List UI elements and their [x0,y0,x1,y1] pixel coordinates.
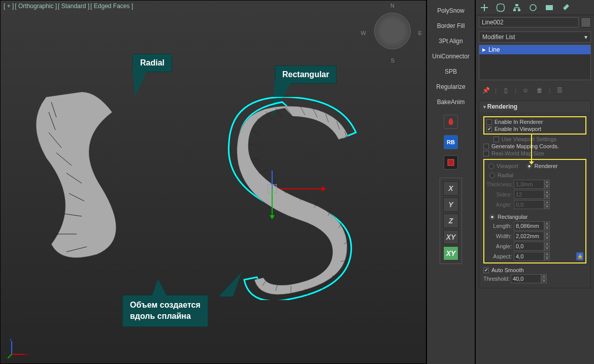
modifier-stack[interactable]: Line [479,45,591,80]
sides-field[interactable] [514,190,544,199]
object-color-swatch[interactable] [581,17,591,27]
threshold-spinner-row[interactable]: Threshold: ▲▼ [483,274,586,284]
generate-mapping-checkbox[interactable] [483,144,489,149]
radial-radio-row[interactable]: Radial [486,171,583,179]
svg-point-49 [530,5,536,11]
tool-3ptalign[interactable]: 3Pt Align [427,35,475,48]
viewport-label-proj[interactable]: [ Orthographic ] [15,3,57,10]
generate-mapping-row[interactable]: Generate Mapping Coords. [483,143,586,150]
spinner-down-icon[interactable]: ▼ [541,279,547,283]
modify-tab-icon[interactable] [495,2,506,13]
viewport-radio[interactable] [488,163,494,169]
tool-icon-3[interactable] [444,155,458,170]
radial-angle-spinner-row[interactable]: Angle: ▲▼ [486,200,583,210]
real-world-checkbox[interactable] [483,151,489,156]
tool-icon-1[interactable] [444,115,458,129]
tool-polysnow[interactable]: PolySnow [427,4,475,17]
spinner-down-icon[interactable]: ▼ [544,194,550,199]
auto-smooth-row[interactable]: Auto Smooth [483,267,586,274]
modifier-list-dropdown[interactable]: Modifier List ▾ [479,31,591,43]
use-viewport-settings-checkbox[interactable] [493,137,499,142]
modifier-stack-item[interactable]: Line [479,45,590,54]
radial-angle-field[interactable] [514,200,544,209]
length-spinner-row[interactable]: Length: ▲▼ [486,221,583,231]
nav-south[interactable]: S [391,57,394,63]
tool-bakeanim[interactable]: BakeAnim [427,95,475,109]
hierarchy-tab-icon[interactable] [511,2,522,13]
sides-spinner-row[interactable]: Sides: ▲▼ [486,189,583,200]
axis-z[interactable]: Z [443,214,458,228]
real-world-row[interactable]: Real-World Map Size [483,150,586,157]
thickness-field[interactable] [514,180,544,189]
viewport-label-plus[interactable]: [ + ] [4,3,14,10]
motion-tab-icon[interactable] [527,2,539,13]
axis-xy[interactable]: XY [443,230,458,244]
spinner-down-icon[interactable]: ▼ [544,236,550,241]
viewport-label-edged[interactable]: [ Edged Faces ] [90,3,133,10]
threshold-field[interactable] [511,274,541,283]
nav-west[interactable]: W [361,30,366,36]
remove-modifier-icon[interactable]: 🗑 [535,85,545,95]
tool-regularize[interactable]: Regularize [427,80,475,93]
aspect-lock-icon[interactable]: 🔒 [576,252,583,260]
utilities-tab-icon[interactable] [560,2,571,13]
tool-spb[interactable]: SPB [427,65,475,78]
nav-east[interactable]: E [418,30,422,36]
use-viewport-settings-row[interactable]: Use Viewport Settings [483,136,586,143]
spinner-up-icon[interactable]: ▲ [544,180,550,184]
viewport-label-shading[interactable]: [ Standard ] [58,3,89,10]
spinner-down-icon[interactable]: ▼ [544,256,550,261]
rect-angle-field[interactable] [514,242,544,251]
axis-xy-active[interactable]: XY [443,246,458,260]
radial-radio[interactable] [489,173,495,178]
rectangular-radio-row[interactable]: Rectangular [486,213,583,221]
length-field[interactable] [514,221,544,230]
spinner-up-icon[interactable]: ▲ [541,274,547,279]
gizmo-center[interactable] [268,184,277,193]
thickness-spinner-row[interactable]: Thickness: ▲▼ [486,179,583,189]
width-spinner-row[interactable]: Width: ▲▼ [486,231,583,241]
svg-line-23 [300,193,305,201]
enable-in-viewport-checkbox[interactable] [486,126,492,132]
spinner-up-icon[interactable]: ▲ [544,200,550,205]
pin-stack-icon[interactable]: 📌 [481,85,491,95]
viewport-radio-row[interactable]: Viewport [488,162,518,170]
axis-y[interactable]: Y [443,197,458,212]
axis-x[interactable]: X [443,181,458,195]
rectangular-radio[interactable] [489,214,495,220]
aspect-field[interactable] [514,252,544,261]
rendering-rollout-header[interactable]: Rendering [479,101,590,112]
spinner-up-icon[interactable]: ▲ [544,231,550,236]
spinner-down-icon[interactable]: ▼ [544,205,550,209]
spinner-down-icon[interactable]: ▼ [544,184,550,189]
highlight-render-params: Viewport Renderer Radial Thickness: ▲▼ [483,159,586,263]
gizmo-x-axis[interactable] [280,188,325,189]
enable-in-viewport-row[interactable]: Enable In Viewport [486,125,583,133]
renderer-radio-row[interactable]: Renderer [526,162,558,170]
auto-smooth-checkbox[interactable] [483,268,489,273]
display-tab-icon[interactable] [544,2,555,13]
configure-sets-icon[interactable]: ☰ [554,85,565,95]
spinner-down-icon[interactable]: ▼ [544,226,550,230]
rect-angle-spinner-row[interactable]: Angle: ▲▼ [486,241,583,251]
make-unique-icon[interactable]: ☺ [520,85,531,95]
aspect-spinner-row[interactable]: Aspect: ▲▼ 🔒 [486,251,583,261]
spinner-up-icon[interactable]: ▲ [544,190,550,194]
spinner-up-icon[interactable]: ▲ [544,252,550,256]
width-field[interactable] [514,231,544,241]
viewcube[interactable] [374,13,411,49]
tool-borderfill[interactable]: Border Fill [427,19,475,32]
spinner-down-icon[interactable]: ▼ [544,246,550,251]
spinner-up-icon[interactable]: ▲ [544,242,550,246]
renderer-radio[interactable] [526,163,532,169]
spinner-up-icon[interactable]: ▲ [544,221,550,226]
show-end-result-icon[interactable]: ▯ [501,85,511,95]
enable-in-renderer-row[interactable]: Enable In Renderer [486,118,583,125]
nav-north[interactable]: N [390,3,394,9]
object-name-field[interactable] [479,17,579,27]
enable-in-renderer-checkbox[interactable] [486,119,492,125]
create-tab-icon[interactable] [479,2,490,13]
tool-icon-rb[interactable]: RB [444,135,458,149]
viewport[interactable]: [ + ] [ Orthographic ] [ Standard ] [ Ed… [0,0,426,364]
tool-uniconnector[interactable]: UniConnector [427,50,475,63]
